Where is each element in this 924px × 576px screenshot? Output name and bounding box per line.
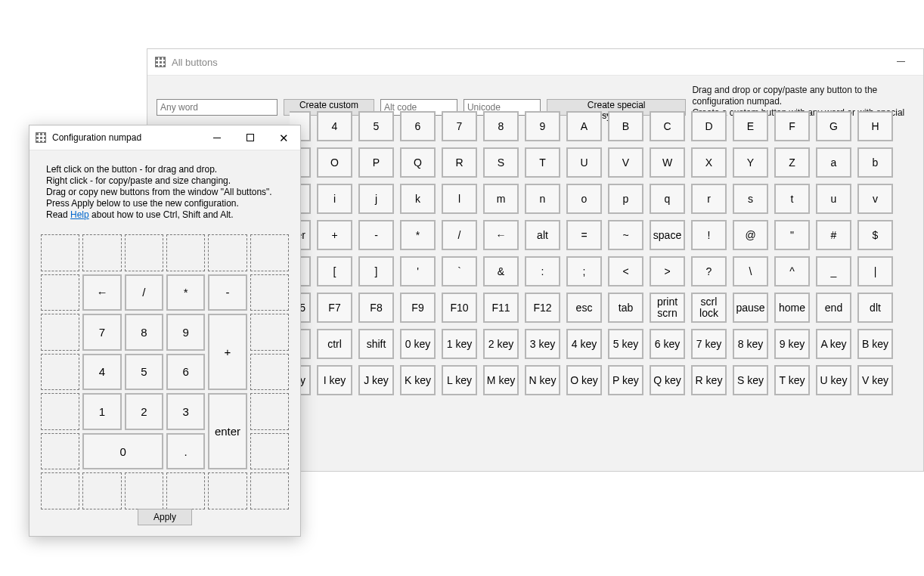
key-button[interactable]: space: [650, 220, 685, 250]
key-button[interactable]: F11: [483, 293, 519, 323]
key-button[interactable]: N key: [525, 365, 560, 395]
key-button[interactable]: [: [317, 256, 352, 286]
key-button[interactable]: a: [816, 147, 851, 178]
empty-drop-slot[interactable]: [250, 393, 289, 430]
key-button[interactable]: ;: [566, 256, 602, 286]
key-button[interactable]: n: [525, 184, 560, 214]
key-button[interactable]: home: [774, 293, 810, 323]
numpad-key-k8[interactable]: 8: [125, 314, 163, 351]
key-button[interactable]: 8 key: [733, 329, 768, 359]
key-button[interactable]: o: [566, 184, 602, 214]
maximize-button[interactable]: [234, 125, 267, 150]
key-button[interactable]: T: [525, 147, 560, 178]
key-button[interactable]: @: [733, 220, 768, 250]
key-button[interactable]: S: [483, 147, 519, 178]
key-button[interactable]: ?: [691, 256, 727, 286]
key-button[interactable]: F8: [358, 293, 394, 323]
key-button[interactable]: s: [733, 184, 768, 214]
config-titlebar[interactable]: Configuration numpad ✕: [29, 125, 300, 150]
key-button[interactable]: P: [358, 147, 394, 178]
key-button[interactable]: V key: [857, 365, 893, 395]
key-button[interactable]: print scrn: [650, 293, 685, 323]
key-button[interactable]: K key: [400, 365, 436, 395]
key-button[interactable]: r: [691, 184, 727, 214]
empty-drop-slot[interactable]: [41, 472, 79, 509]
key-button[interactable]: V: [608, 147, 643, 178]
key-button[interactable]: v: [857, 184, 893, 214]
key-button[interactable]: P key: [608, 365, 643, 395]
key-button[interactable]: dlt: [857, 293, 893, 323]
key-button[interactable]: ctrl: [317, 329, 352, 359]
empty-drop-slot[interactable]: [41, 354, 79, 391]
key-button[interactable]: A: [566, 111, 602, 141]
empty-drop-slot[interactable]: [166, 234, 205, 271]
key-button[interactable]: q: [650, 184, 685, 214]
key-button[interactable]: !: [691, 220, 727, 250]
all-buttons-titlebar[interactable]: All buttons: [147, 49, 923, 76]
empty-drop-slot[interactable]: [82, 472, 121, 509]
key-button[interactable]: R: [442, 147, 477, 178]
numpad-key-k3[interactable]: 3: [166, 393, 205, 430]
numpad-key-plus[interactable]: +: [208, 314, 247, 390]
numpad-key-k0[interactable]: 0: [82, 433, 163, 470]
empty-drop-slot[interactable]: [250, 234, 289, 271]
help-link[interactable]: Help: [70, 209, 89, 220]
key-button[interactable]: i: [317, 184, 352, 214]
key-button[interactable]: U: [566, 147, 602, 178]
key-button[interactable]: J key: [358, 365, 394, 395]
key-button[interactable]: I key: [317, 365, 352, 395]
key-button[interactable]: 7: [442, 111, 477, 141]
key-button[interactable]: Q key: [650, 365, 685, 395]
key-button[interactable]: end: [816, 293, 851, 323]
key-button[interactable]: R key: [691, 365, 727, 395]
key-button[interactable]: p: [608, 184, 643, 214]
key-button[interactable]: B: [608, 111, 643, 141]
numpad-key-minus[interactable]: -: [208, 274, 247, 311]
key-button[interactable]: L key: [442, 365, 477, 395]
numpad-key-slash[interactable]: /: [125, 274, 163, 311]
key-button[interactable]: 4: [317, 111, 352, 141]
key-button[interactable]: ": [774, 220, 810, 250]
key-button[interactable]: F12: [525, 293, 560, 323]
key-button[interactable]: 8: [483, 111, 519, 141]
key-button[interactable]: G: [816, 111, 851, 141]
key-button[interactable]: :: [525, 256, 560, 286]
key-button[interactable]: *: [400, 220, 436, 250]
key-button[interactable]: H: [857, 111, 893, 141]
key-button[interactable]: M key: [483, 365, 519, 395]
minimize-button[interactable]: [884, 49, 917, 73]
key-button[interactable]: b: [857, 147, 893, 178]
key-button[interactable]: Y: [733, 147, 768, 178]
key-button[interactable]: -: [358, 220, 394, 250]
key-button[interactable]: k: [400, 184, 436, 214]
empty-drop-slot[interactable]: [125, 472, 163, 509]
key-button[interactable]: ': [400, 256, 436, 286]
key-button[interactable]: C: [650, 111, 685, 141]
key-button[interactable]: A key: [816, 329, 851, 359]
key-button[interactable]: +: [317, 220, 352, 250]
empty-drop-slot[interactable]: [166, 472, 205, 509]
key-button[interactable]: 4 key: [566, 329, 602, 359]
key-button[interactable]: O key: [566, 365, 602, 395]
numpad-key-back[interactable]: ←: [82, 274, 121, 311]
key-button[interactable]: l: [442, 184, 477, 214]
minimize-button[interactable]: [200, 125, 234, 150]
key-button[interactable]: 7 key: [691, 329, 727, 359]
empty-drop-slot[interactable]: [250, 314, 289, 351]
numpad-key-k1[interactable]: 1: [82, 393, 121, 430]
key-button[interactable]: m: [483, 184, 519, 214]
key-button[interactable]: >: [650, 256, 685, 286]
key-button[interactable]: 5: [358, 111, 394, 141]
numpad-key-k2[interactable]: 2: [125, 393, 163, 430]
key-button[interactable]: W: [650, 147, 685, 178]
key-button[interactable]: scrl lock: [691, 293, 727, 323]
key-button[interactable]: 1 key: [442, 329, 477, 359]
numpad-key-k6[interactable]: 6: [166, 354, 205, 391]
key-button[interactable]: F: [774, 111, 810, 141]
key-button[interactable]: ~: [608, 220, 643, 250]
key-button[interactable]: T key: [774, 365, 810, 395]
key-button[interactable]: |: [857, 256, 893, 286]
key-button[interactable]: ]: [358, 256, 394, 286]
empty-drop-slot[interactable]: [208, 234, 247, 271]
key-button[interactable]: u: [816, 184, 851, 214]
